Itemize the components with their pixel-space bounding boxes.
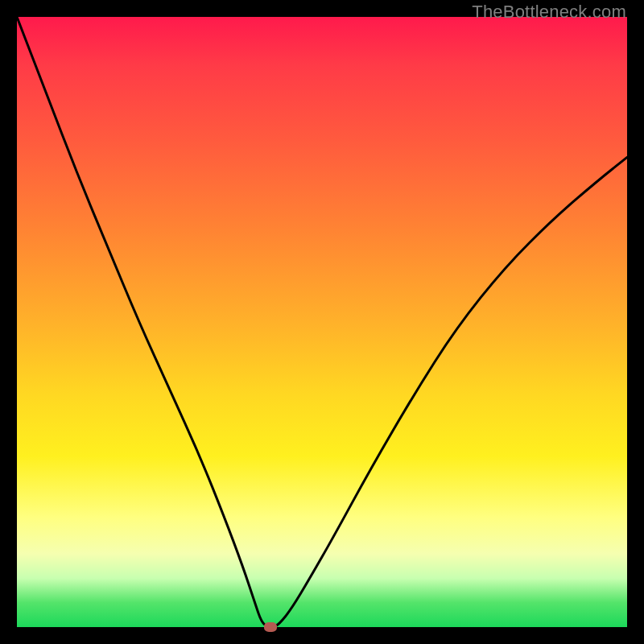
watermark-text: TheBottleneck.com [472,2,626,23]
curve-path [17,17,627,627]
minimum-marker [264,622,277,632]
bottleneck-curve [17,17,627,627]
chart-frame: TheBottleneck.com [0,0,644,644]
plot-area [17,17,627,627]
